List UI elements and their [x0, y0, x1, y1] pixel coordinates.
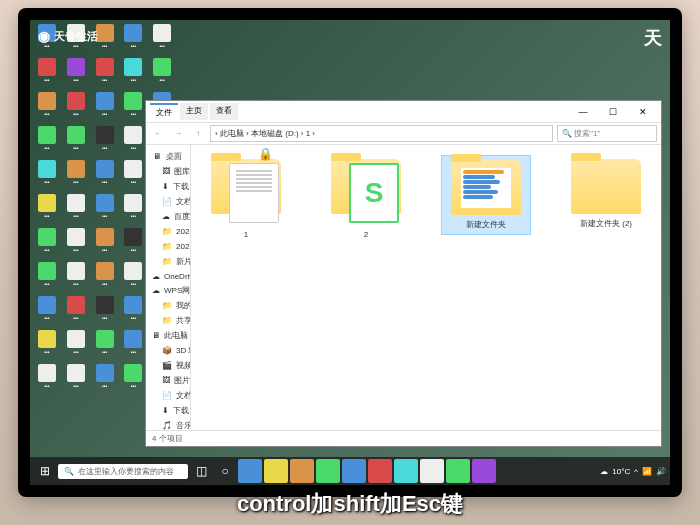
desktop-icon[interactable]: •••	[120, 296, 146, 328]
desktop-icon[interactable]: •••	[63, 330, 89, 362]
sidebar-label: 202112电子科技	[176, 241, 191, 252]
desktop-icon[interactable]: •••	[120, 330, 146, 362]
folder-item[interactable]: 新建文件夹	[441, 155, 531, 235]
folder-item[interactable]: 1	[201, 155, 291, 243]
system-tray[interactable]: ☁ 10°C ^ 📶 🔊	[600, 467, 666, 476]
desktop-icon[interactable]: •••	[120, 228, 146, 260]
desktop-icon[interactable]: •••	[92, 228, 118, 260]
desktop-icon[interactable]: •••	[63, 262, 89, 294]
sidebar-item[interactable]: 📁202111电子科技	[146, 224, 190, 239]
desktop-icon[interactable]: •••	[63, 92, 89, 124]
breadcrumb[interactable]: › 此电脑 › 本地磁盘 (D:) › 1 ›	[210, 125, 553, 142]
desktop-icon[interactable]: •••	[34, 330, 60, 362]
nav-back-button[interactable]: ←	[150, 126, 166, 142]
desktop-icon[interactable]: •••	[120, 194, 146, 226]
desktop-icon[interactable]: •••	[92, 160, 118, 192]
desktop-icon[interactable]: •••	[120, 160, 146, 192]
taskbar-app[interactable]	[316, 459, 340, 483]
desktop-icon[interactable]: •••	[63, 126, 89, 158]
taskbar-app-explorer[interactable]	[264, 459, 288, 483]
desktop-icon[interactable]: •••	[34, 92, 60, 124]
desktop-icon[interactable]: •••	[63, 364, 89, 396]
sidebar-item[interactable]: ☁OneDrive - Personal	[146, 269, 190, 283]
desktop-icon[interactable]: •••	[92, 126, 118, 158]
desktop-icon[interactable]: •••	[34, 160, 60, 192]
sidebar-item[interactable]: 📄文档	[146, 388, 190, 403]
taskbar-app[interactable]	[290, 459, 314, 483]
sidebar-item[interactable]: 📦3D 对象	[146, 343, 190, 358]
start-button[interactable]: ⊞	[34, 460, 56, 482]
task-view-button[interactable]: ◫	[190, 460, 212, 482]
nav-up-button[interactable]: ↑	[190, 126, 206, 142]
taskbar-app[interactable]	[238, 459, 262, 483]
desktop-icon[interactable]: •••	[63, 58, 89, 90]
desktop-icon[interactable]: •••	[120, 92, 146, 124]
desktop-icon[interactable]: •••	[34, 228, 60, 260]
sidebar-item[interactable]: 🖥桌面	[146, 149, 190, 164]
sidebar-item[interactable]: ☁百度网盘	[146, 209, 190, 224]
sidebar-item[interactable]: 🎬视频	[146, 358, 190, 373]
desktop-icon[interactable]: •••	[92, 296, 118, 328]
search-input[interactable]: 🔍 搜索"1"	[557, 125, 657, 142]
desktop-icon[interactable]: •••	[92, 194, 118, 226]
sidebar-item[interactable]: 🎵音乐	[146, 418, 190, 430]
explorer-content[interactable]: 1 S 2 新建文件夹	[191, 145, 661, 430]
desktop-icon[interactable]: •••	[34, 296, 60, 328]
desktop-icon[interactable]: •••	[120, 126, 146, 158]
sidebar-item[interactable]: ☁WPS网盘	[146, 283, 190, 298]
desktop-icon[interactable]: •••	[120, 262, 146, 294]
sidebar-item[interactable]: ⬇下载	[146, 403, 190, 418]
desktop-icon[interactable]: •••	[92, 58, 118, 90]
volume-icon[interactable]: 🔊	[656, 467, 666, 476]
sidebar-item[interactable]: 📁我的云文档	[146, 298, 190, 313]
folder-item[interactable]: 新建文件夹 (2)	[561, 155, 651, 233]
taskbar-search[interactable]: 🔍 在这里输入你要搜索的内容	[58, 464, 188, 479]
watermark-left: 天奇生活	[38, 28, 98, 44]
sidebar-item[interactable]: ⬇下载	[146, 179, 190, 194]
taskbar-app[interactable]	[394, 459, 418, 483]
desktop-icon[interactable]: •••	[92, 262, 118, 294]
desktop-icon[interactable]: •••	[149, 58, 175, 90]
desktop-icon[interactable]: •••	[63, 194, 89, 226]
taskbar-app[interactable]	[342, 459, 366, 483]
sidebar-item[interactable]: 🖥此电脑	[146, 328, 190, 343]
desktop-icon[interactable]: •••	[92, 330, 118, 362]
explorer-tab[interactable]: 查看	[210, 103, 238, 120]
sidebar-item[interactable]: 📁共享	[146, 313, 190, 328]
desktop-icon[interactable]: •••	[149, 24, 175, 56]
explorer-tab[interactable]: 文件	[150, 103, 178, 120]
sidebar-item[interactable]: 📁新片场	[146, 254, 190, 269]
desktop-icon[interactable]: •••	[120, 24, 146, 56]
explorer-tab[interactable]: 主页	[180, 103, 208, 120]
desktop-icon[interactable]: •••	[34, 262, 60, 294]
taskbar-app[interactable]	[368, 459, 392, 483]
desktop-icon[interactable]: •••	[63, 296, 89, 328]
sidebar-item[interactable]: 📁202112电子科技	[146, 239, 190, 254]
explorer-titlebar[interactable]: 文件主页查看 — ☐ ✕	[146, 101, 661, 123]
desktop-icon[interactable]: •••	[92, 364, 118, 396]
minimize-button[interactable]: —	[569, 103, 597, 121]
taskbar-app[interactable]	[446, 459, 470, 483]
desktop-icon[interactable]: •••	[120, 58, 146, 90]
tray-chevron-icon[interactable]: ^	[634, 467, 638, 476]
sidebar-item[interactable]: 🖼图库	[146, 164, 190, 179]
network-icon[interactable]: 📶	[642, 467, 652, 476]
sidebar-item[interactable]: 🖼图片	[146, 373, 190, 388]
desktop-icon[interactable]: •••	[120, 364, 146, 396]
maximize-button[interactable]: ☐	[599, 103, 627, 121]
sidebar-item[interactable]: 📄文档	[146, 194, 190, 209]
folder-item[interactable]: S 2	[321, 155, 411, 243]
desktop-icon[interactable]: •••	[34, 364, 60, 396]
close-button[interactable]: ✕	[629, 103, 657, 121]
desktop-icon[interactable]: •••	[92, 92, 118, 124]
desktop-icon[interactable]: •••	[34, 58, 60, 90]
desktop-icon[interactable]: •••	[34, 194, 60, 226]
cortana-icon[interactable]: ○	[214, 460, 236, 482]
nav-forward-button[interactable]: →	[170, 126, 186, 142]
desktop-icon[interactable]: •••	[63, 160, 89, 192]
sidebar-icon: 📁	[162, 242, 172, 252]
desktop-icon[interactable]: •••	[34, 126, 60, 158]
desktop-icon[interactable]: •••	[63, 228, 89, 260]
taskbar-app[interactable]	[472, 459, 496, 483]
taskbar-app[interactable]	[420, 459, 444, 483]
